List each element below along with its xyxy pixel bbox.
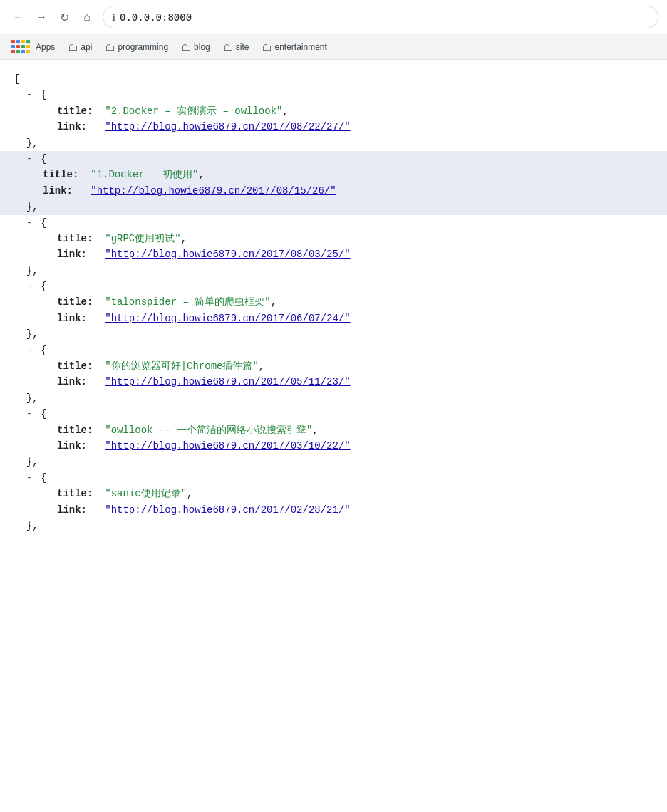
value-link-1[interactable]: "http://blog.howie6879.cn/2017/08/15/26/…: [91, 185, 336, 197]
browser-toolbar: ← → ↻ ⌂ ℹ 0.0.0.0:8000: [0, 0, 667, 34]
bookmark-programming[interactable]: 🗀 programming: [99, 38, 174, 56]
json-item-4-link-line: link: "http://blog.howie6879.cn/2017/05/…: [14, 374, 653, 390]
json-item-1-close: },: [0, 199, 667, 214]
value-link-3[interactable]: "http://blog.howie6879.cn/2017/06/07/24/…: [105, 313, 350, 324]
json-item-0-close: },: [14, 135, 653, 151]
folder-icon-blog: 🗀: [181, 41, 191, 53]
bookmark-entertainment[interactable]: 🗀 entertainment: [256, 38, 332, 56]
folder-icon-site: 🗀: [223, 41, 233, 53]
json-item-4-close: },: [14, 390, 653, 406]
collapse-arrow-5[interactable]: -: [26, 406, 35, 422]
value-title-0: "2.Docker – 实例演示 – owllook": [105, 105, 282, 117]
value-link-5[interactable]: "http://blog.howie6879.cn/2017/03/10/22/…: [105, 440, 350, 452]
key-link-3: link:: [57, 313, 87, 324]
json-item-4-title-line: title: "你的浏览器可好|Chrome插件篇",: [14, 358, 653, 374]
key-title-3: title:: [57, 296, 93, 308]
bookmark-programming-label: programming: [118, 42, 168, 52]
bookmark-blog-label: blog: [194, 42, 210, 52]
bookmark-api-label: api: [81, 42, 92, 52]
collapse-arrow-6[interactable]: -: [26, 470, 35, 486]
back-button[interactable]: ←: [9, 7, 29, 27]
json-item-1-title-line: title: "1.Docker – 初使用",: [0, 167, 667, 182]
key-link-4: link:: [57, 376, 87, 387]
collapse-arrow-1[interactable]: -: [26, 151, 35, 167]
forward-button[interactable]: →: [31, 7, 51, 27]
value-link-4[interactable]: "http://blog.howie6879.cn/2017/05/11/23/…: [105, 376, 350, 387]
json-item-5-link-line: link: "http://blog.howie6879.cn/2017/03/…: [14, 438, 653, 454]
key-title-4: title:: [57, 360, 93, 372]
json-item-5-title-line: title: "owllook -- 一个简洁的网络小说搜索引擎",: [14, 422, 653, 438]
key-link-2: link:: [57, 249, 87, 260]
bookmark-site-label: site: [236, 42, 249, 52]
json-item-3-close: },: [14, 326, 653, 342]
json-item-3-link-line: link: "http://blog.howie6879.cn/2017/06/…: [14, 311, 653, 326]
json-item-0-link-line: link: "http://blog.howie6879.cn/2017/08/…: [14, 119, 653, 135]
value-title-4: "你的浏览器可好|Chrome插件篇": [105, 360, 259, 372]
value-title-6: "sanic使用记录": [105, 488, 187, 499]
value-link-6[interactable]: "http://blog.howie6879.cn/2017/02/28/21/…: [105, 504, 350, 516]
collapse-arrow-3[interactable]: -: [26, 279, 35, 294]
reload-button[interactable]: ↻: [54, 7, 74, 27]
value-title-5: "owllook -- 一个简洁的网络小说搜索引擎": [105, 425, 312, 436]
json-item-4-dash: - {: [14, 343, 653, 358]
json-item-0-dash: - {: [14, 87, 653, 103]
folder-icon-programming: 🗀: [105, 41, 115, 53]
home-button[interactable]: ⌂: [77, 7, 97, 27]
json-item-6-title-line: title: "sanic使用记录",: [14, 486, 653, 501]
json-item-2-title-line: title: "gRPC使用初试",: [14, 231, 653, 246]
folder-icon-api: 🗀: [68, 41, 78, 53]
value-title-1: "1.Docker – 初使用": [91, 169, 198, 180]
browser-chrome: ← → ↻ ⌂ ℹ 0.0.0.0:8000: [0, 0, 667, 60]
json-content: [ - { title: "2.Docker – 实例演示 – owllook"…: [0, 60, 667, 545]
key-link-6: link:: [57, 504, 87, 516]
collapse-arrow-4[interactable]: -: [26, 343, 35, 358]
key-title-6: title:: [57, 488, 93, 499]
bookmark-blog[interactable]: 🗀 blog: [175, 38, 216, 56]
collapse-arrow-0[interactable]: -: [26, 87, 35, 103]
json-item-2-dash: - {: [14, 215, 653, 231]
json-item-3-title-line: title: "talonspider – 简单的爬虫框架",: [14, 294, 653, 310]
key-title-0: title:: [57, 105, 93, 117]
json-item-2-link-line: link: "http://blog.howie6879.cn/2017/08/…: [14, 246, 653, 262]
json-item-0-title-line: title: "2.Docker – 实例演示 – owllook",: [14, 103, 653, 119]
json-item-1-link-line: link: "http://blog.howie6879.cn/2017/08/…: [0, 183, 667, 199]
apps-grid-icon: [11, 40, 30, 53]
json-item-6-link-line: link: "http://blog.howie6879.cn/2017/02/…: [14, 502, 653, 518]
bookmark-api[interactable]: 🗀 api: [62, 38, 98, 56]
bookmark-site[interactable]: 🗀 site: [217, 38, 255, 56]
value-link-2[interactable]: "http://blog.howie6879.cn/2017/08/03/25/…: [105, 249, 350, 260]
key-title-1: title:: [43, 169, 78, 180]
bookmarks-bar: Apps 🗀 api 🗀 programming 🗀 blog 🗀 site 🗀…: [0, 34, 667, 60]
value-title-2: "gRPC使用初试": [105, 233, 180, 244]
address-bar[interactable]: ℹ 0.0.0.0:8000: [103, 6, 658, 28]
url-text: 0.0.0.0:8000: [120, 11, 192, 23]
key-link-5: link:: [57, 440, 87, 452]
json-item-5-close: },: [14, 454, 653, 469]
collapse-arrow-2[interactable]: -: [26, 215, 35, 231]
value-title-3: "talonspider – 简单的爬虫框架": [105, 296, 270, 308]
key-title-5: title:: [57, 425, 93, 436]
json-item-5-dash: - {: [14, 406, 653, 422]
json-open-bracket: [: [14, 71, 653, 87]
bookmark-apps[interactable]: Apps: [6, 37, 61, 56]
bookmark-entertainment-label: entertainment: [274, 42, 326, 52]
json-item-3-dash: - {: [14, 279, 653, 294]
json-item-6-close: },: [14, 518, 653, 533]
nav-buttons: ← → ↻ ⌂: [9, 7, 97, 27]
json-item-6-dash: - {: [14, 470, 653, 486]
key-link-0: link:: [57, 121, 87, 132]
value-link-0[interactable]: "http://blog.howie6879.cn/2017/08/22/27/…: [105, 121, 350, 132]
json-item-1-dash: - {: [0, 151, 667, 167]
json-item-2-close: },: [14, 263, 653, 279]
key-link-1: link:: [43, 185, 73, 197]
security-icon: ℹ: [112, 12, 115, 23]
key-title-2: title:: [57, 233, 93, 244]
apps-label: Apps: [36, 42, 55, 52]
folder-icon-entertainment: 🗀: [262, 41, 272, 53]
